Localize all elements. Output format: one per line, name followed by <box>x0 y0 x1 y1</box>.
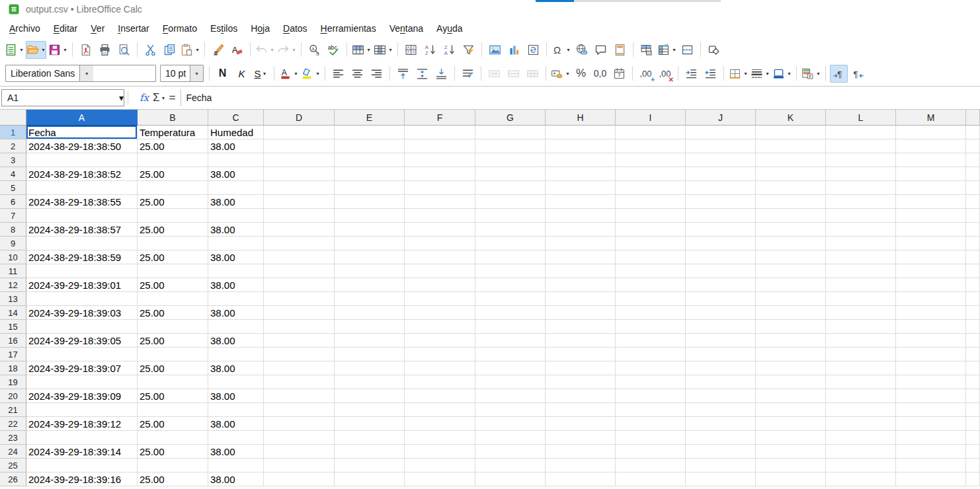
cell-G2[interactable] <box>475 139 546 153</box>
date-format-button[interactable]: 7 <box>610 65 628 83</box>
row-header-4[interactable]: 4 <box>0 167 26 181</box>
number-format-button[interactable]: 0,0 <box>591 65 609 83</box>
cell-E7[interactable] <box>335 209 405 223</box>
cell-I24[interactable] <box>616 445 686 459</box>
cell-I13[interactable] <box>616 292 686 306</box>
cell-M20[interactable] <box>896 389 966 403</box>
cell-F12[interactable] <box>405 278 475 292</box>
menu-editar[interactable]: Editar <box>47 20 85 36</box>
cell-D24[interactable] <box>264 445 335 459</box>
clear-formatting-button[interactable]: A <box>228 41 246 59</box>
cell-B6[interactable]: 25.00 <box>138 195 208 209</box>
cell-B12[interactable]: 25.00 <box>138 278 208 292</box>
sum-dropdown-icon[interactable]: ▾ <box>161 95 167 101</box>
cell-H22[interactable] <box>546 417 616 431</box>
cell-C7[interactable] <box>208 209 264 223</box>
cell-I10[interactable] <box>616 250 686 264</box>
cell-E21[interactable] <box>335 403 405 417</box>
row-header-1[interactable]: 1 <box>0 126 26 139</box>
save-dropdown-icon[interactable]: ▾ <box>62 47 68 53</box>
cell-H20[interactable] <box>546 389 616 403</box>
redo-dropdown-icon[interactable]: ▾ <box>291 47 297 53</box>
cell-L5[interactable] <box>826 181 896 195</box>
cell-N5[interactable] <box>966 181 980 195</box>
cell-K22[interactable] <box>756 417 826 431</box>
menu-ver[interactable]: Ver <box>84 20 111 36</box>
cell-L20[interactable] <box>826 389 896 403</box>
cell-F22[interactable] <box>405 417 475 431</box>
align-left-button[interactable] <box>329 65 347 83</box>
cell-K16[interactable] <box>756 334 826 348</box>
cell-A7[interactable] <box>26 209 138 223</box>
row-header-9[interactable]: 9 <box>0 237 26 250</box>
cell-K23[interactable] <box>756 431 826 445</box>
cell-K18[interactable] <box>756 361 826 375</box>
conditional-formatting-dropdown-icon[interactable]: ▾ <box>815 71 821 77</box>
cell-G20[interactable] <box>475 389 546 403</box>
cell-J20[interactable] <box>686 389 756 403</box>
indent-increase-button[interactable] <box>682 65 700 83</box>
cell-M19[interactable] <box>896 375 966 389</box>
cell-L16[interactable] <box>826 334 896 348</box>
cell-I21[interactable] <box>616 403 686 417</box>
cell-H12[interactable] <box>546 278 616 292</box>
row-header-14[interactable]: 14 <box>0 306 26 320</box>
cell-B15[interactable] <box>138 320 208 334</box>
cut-button[interactable] <box>142 41 159 59</box>
cell-F20[interactable] <box>405 389 475 403</box>
currency-format-dropdown-icon[interactable]: ▾ <box>565 71 571 77</box>
new-document-button[interactable]: ▾ <box>4 41 24 59</box>
name-box-dropdown-icon[interactable]: ▾ <box>119 93 124 103</box>
cell-D14[interactable] <box>264 306 335 320</box>
cell-H13[interactable] <box>546 292 616 306</box>
cell-B13[interactable] <box>138 292 208 306</box>
cell-I3[interactable] <box>616 153 686 167</box>
cell-F5[interactable] <box>405 181 475 195</box>
cell-G23[interactable] <box>475 431 546 445</box>
cell-L24[interactable] <box>826 445 896 459</box>
cell-I1[interactable] <box>616 126 686 139</box>
cell-D5[interactable] <box>264 181 335 195</box>
cell-B2[interactable]: 25.00 <box>138 139 208 153</box>
cell-N21[interactable] <box>966 403 980 417</box>
undo-button[interactable]: ▾ <box>255 41 275 59</box>
cell-F14[interactable] <box>405 306 475 320</box>
cell-M12[interactable] <box>896 278 966 292</box>
cell-C26[interactable]: 38.00 <box>208 472 264 486</box>
cell-G14[interactable] <box>475 306 546 320</box>
cell-E26[interactable] <box>335 472 405 486</box>
cell-M15[interactable] <box>896 320 966 334</box>
menu-insertar[interactable]: Insertar <box>111 20 155 36</box>
cell-B20[interactable]: 25.00 <box>138 389 208 403</box>
row-header-10[interactable]: 10 <box>0 250 26 264</box>
cell-D2[interactable] <box>264 139 335 153</box>
menu-ayuda[interactable]: Ayuda <box>430 20 469 36</box>
cell-C15[interactable] <box>208 320 264 334</box>
cell-H19[interactable] <box>546 375 616 389</box>
cell-J5[interactable] <box>686 181 756 195</box>
cell-B9[interactable] <box>138 237 208 250</box>
cell-L14[interactable] <box>826 306 896 320</box>
cell-H3[interactable] <box>546 153 616 167</box>
font-color-dropdown-icon[interactable]: ▾ <box>293 71 299 77</box>
cell-K15[interactable] <box>756 320 826 334</box>
cell-G12[interactable] <box>475 278 546 292</box>
cell-C22[interactable]: 38.00 <box>208 417 264 431</box>
row-header-8[interactable]: 8 <box>0 223 26 237</box>
cell-D12[interactable] <box>264 278 335 292</box>
cell-J19[interactable] <box>686 375 756 389</box>
column-header-d[interactable]: D <box>264 110 335 126</box>
cell-K4[interactable] <box>756 167 826 181</box>
cell-N7[interactable] <box>966 209 980 223</box>
cell-F1[interactable] <box>405 126 475 139</box>
cell-F19[interactable] <box>405 375 475 389</box>
menu-formato[interactable]: Formato <box>156 20 204 36</box>
cell-H23[interactable] <box>546 431 616 445</box>
print-preview-button[interactable] <box>115 41 133 59</box>
ltr-button[interactable]: ¶ <box>830 65 848 83</box>
cell-J12[interactable] <box>686 278 756 292</box>
cell-C25[interactable] <box>208 459 264 472</box>
cell-G7[interactable] <box>475 209 546 223</box>
cell-N4[interactable] <box>966 167 980 181</box>
indent-decrease-button[interactable] <box>702 65 719 83</box>
